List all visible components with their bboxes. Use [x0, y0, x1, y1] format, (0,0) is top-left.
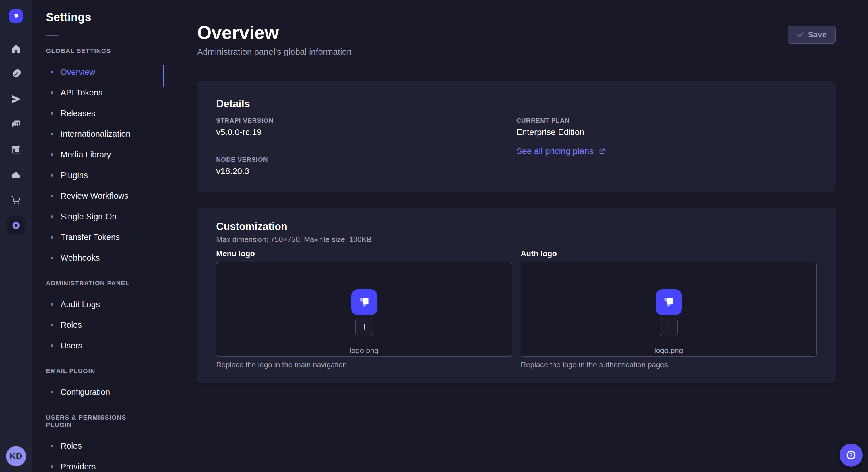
nav-section-label: GLOBAL SETTINGS [32, 47, 165, 55]
avatar[interactable]: KD [6, 446, 26, 466]
nav-section-global-settings: GLOBAL SETTINGS Overview API Tokens Rele… [32, 47, 165, 268]
subnav-scrollbar[interactable] [163, 65, 164, 87]
sidebar-item-review-workflows[interactable]: Review Workflows [32, 186, 165, 206]
pricing-plans-link-label: See all pricing plans [516, 146, 594, 157]
sidebar-footer: KD [0, 440, 32, 472]
menu-logo-hint: Replace the logo in the main navigation [216, 360, 512, 369]
strapi-admin-app: KD Settings GLOBAL SETTINGS Overview API… [0, 0, 868, 472]
sidebar-item-transfer-tokens[interactable]: Transfer Tokens [32, 227, 165, 247]
page-title: Overview [197, 22, 352, 43]
strapi-logo-button[interactable] [9, 9, 23, 23]
home-icon[interactable] [7, 40, 25, 58]
bullet-icon [51, 445, 53, 447]
menu-logo-filename: logo.png [350, 346, 379, 355]
bullet-icon [51, 92, 53, 94]
nav-section-email-plugin: EMAIL PLUGIN Configuration [32, 367, 165, 402]
bullet-icon [51, 112, 53, 115]
strapi-version-field: STRAPI VERSION v5.0.0-rc.19 [216, 117, 516, 138]
cloud-icon[interactable] [7, 166, 25, 184]
customization-card: Customization Max dimension: 750×750, Ma… [197, 208, 836, 382]
details-card: Details STRAPI VERSION v5.0.0-rc.19 NODE… [197, 81, 836, 192]
avatar-initials: KD [10, 451, 22, 461]
main-nav-icons [0, 32, 32, 440]
sidebar-item-media-library[interactable]: Media Library [32, 144, 165, 165]
bullet-icon [51, 154, 53, 156]
auth-logo-upload: Auth logo [521, 249, 817, 369]
check-icon [797, 31, 804, 38]
settings-overview-page: Overview Administration panel’s global i… [165, 0, 868, 472]
sidebar-item-audit-logs[interactable]: Audit Logs [32, 294, 165, 314]
paper-plane-icon[interactable] [7, 90, 25, 108]
settings-subnav: Settings GLOBAL SETTINGS Overview API To… [32, 0, 165, 472]
bullet-icon [51, 324, 53, 326]
strapi-logo-icon [351, 289, 377, 315]
sidebar-item-webhooks[interactable]: Webhooks [32, 247, 165, 268]
auth-logo-label: Auth logo [521, 249, 817, 259]
sidebar-item-admin-users[interactable]: Users [32, 335, 165, 356]
gear-icon[interactable] [7, 216, 25, 235]
pricing-plans-link[interactable]: See all pricing plans [516, 146, 606, 157]
bullet-icon [51, 465, 53, 468]
feather-icon[interactable] [7, 65, 25, 83]
nav-section-label: ADMINISTRATION PANEL [32, 279, 165, 287]
add-menu-logo-button[interactable] [355, 318, 373, 336]
bullet-icon [51, 215, 53, 218]
help-button[interactable]: ? [840, 444, 863, 467]
bullet-icon [51, 174, 53, 177]
bullet-icon [51, 133, 53, 135]
subnav-title: Settings [32, 10, 165, 24]
bullet-icon [51, 257, 53, 259]
customization-card-subtitle: Max dimension: 750×750, Max file size: 1… [216, 235, 817, 244]
nav-section-administration-panel: ADMINISTRATION PANEL Audit Logs Roles Us… [32, 279, 165, 356]
logo-section [0, 0, 32, 32]
sidebar-item-overview[interactable]: Overview [32, 62, 165, 82]
nav-section-label: EMAIL PLUGIN [32, 367, 165, 375]
layout-icon[interactable] [7, 140, 25, 159]
bullet-icon [51, 236, 53, 239]
plus-icon [664, 322, 673, 332]
add-auth-logo-button[interactable] [660, 318, 678, 336]
sidebar-item-internationalization[interactable]: Internationalization [32, 124, 165, 144]
bullet-icon [51, 303, 53, 306]
auth-logo-hint: Replace the logo in the authentication p… [521, 360, 817, 369]
plus-icon [360, 322, 369, 332]
sidebar-item-api-tokens[interactable]: API Tokens [32, 82, 165, 103]
menu-logo-label: Menu logo [216, 249, 512, 259]
page-header: Overview Administration panel’s global i… [197, 22, 836, 57]
bullet-icon [51, 391, 53, 394]
external-link-icon [598, 147, 606, 155]
current-plan-field: CURRENT PLAN Enterprise Edition [516, 117, 817, 138]
sidebar-item-single-sign-on[interactable]: Single Sign-On [32, 206, 165, 227]
save-button[interactable]: Save [787, 26, 836, 43]
auth-logo-dropzone[interactable]: logo.png [521, 262, 817, 357]
question-mark-icon: ? [845, 449, 857, 461]
bullet-icon [51, 71, 53, 73]
svg-text:?: ? [849, 452, 853, 458]
page-subtitle: Administration panel’s global informatio… [197, 46, 352, 57]
sidebar-item-up-roles[interactable]: Roles [32, 436, 165, 456]
auth-logo-filename: logo.png [654, 346, 683, 355]
nav-section-users-permissions-plugin: USERS & PERMISSIONS PLUGIN Roles Provide… [32, 414, 165, 472]
images-icon[interactable] [7, 115, 25, 134]
bullet-icon [51, 195, 53, 197]
sidebar-item-admin-roles[interactable]: Roles [32, 314, 165, 335]
divider [46, 35, 59, 36]
main-nav-sidebar: KD [0, 0, 32, 472]
strapi-logo-icon [12, 12, 20, 20]
bullet-icon [51, 344, 53, 347]
customization-card-title: Customization [216, 220, 817, 233]
save-button-label: Save [808, 30, 827, 39]
menu-logo-upload: Menu logo [216, 249, 512, 369]
node-version-field: NODE VERSION v18.20.3 [216, 156, 516, 177]
cart-icon[interactable] [7, 191, 25, 209]
sidebar-item-up-providers[interactable]: Providers [32, 456, 165, 472]
sidebar-item-releases[interactable]: Releases [32, 103, 165, 124]
strapi-logo-icon [656, 289, 682, 315]
sidebar-item-email-configuration[interactable]: Configuration [32, 382, 165, 402]
details-card-title: Details [216, 98, 817, 110]
sidebar-item-plugins[interactable]: Plugins [32, 165, 165, 186]
nav-section-label: USERS & PERMISSIONS PLUGIN [32, 414, 165, 429]
menu-logo-dropzone[interactable]: logo.png [216, 262, 512, 357]
